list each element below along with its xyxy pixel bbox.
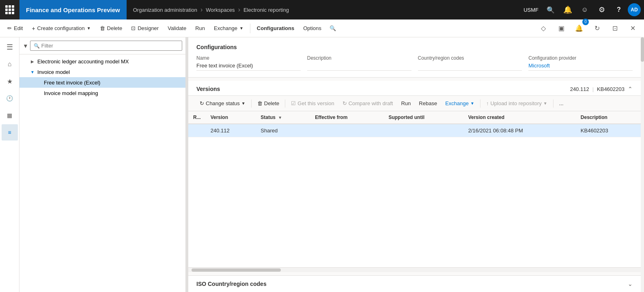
tree-item-electronic-ledger[interactable]: ▶ Electronic ledger accounting model MX [19,56,185,67]
table-row[interactable]: 240.112 Shared 2/16/2021 06:08:48 PM KB4… [188,124,641,137]
configurations-title: Configurations [196,44,633,50]
sidebar-clock[interactable]: 🕐 [2,90,18,106]
options-button[interactable]: Options [299,23,325,34]
run-button[interactable]: Run [191,23,209,34]
change-status-button[interactable]: ↻ Change status ▼ [196,98,249,108]
expand-icon-invoice-model[interactable]: ▼ [29,69,36,75]
change-status-spin-icon: ↻ [200,100,204,106]
tree-content: ▶ Electronic ledger accounting model MX … [19,54,185,292]
sidebar-calendar[interactable]: ▦ [2,107,18,123]
upload-into-repository-button[interactable]: ↑ Upload into repository ▼ [483,98,551,108]
compare-with-draft-button[interactable]: ↻ Compare with draft [339,98,396,108]
tree-item-invoice-mapping[interactable]: Invoice model mapping [19,88,185,98]
close-icon[interactable]: ✕ [625,20,641,37]
field-provider-value[interactable]: Microsoft [528,63,633,71]
delete-button[interactable]: 🗑 Delete [96,23,127,34]
vtbtn-sep-2 [285,99,285,108]
vtbtn-sep-3 [480,99,480,108]
cell-supported-until [383,124,463,137]
tree-panel: ▼ 🔍 ▶ Electronic ledger accounting model… [19,37,186,292]
help-icon[interactable]: ? [611,2,627,18]
expand-icon-free-text [36,79,42,86]
versions-header: Versions 240.112 | KB4602203 ⌃ [188,81,641,96]
config-fields: Name Free text invoice (Excel) Descripti… [196,55,633,71]
refresh-icon[interactable]: ↻ [589,20,605,37]
versions-rebase-button[interactable]: Rebase [416,98,440,108]
expand-icon-electronic-ledger[interactable]: ▶ [29,58,36,65]
col-version: Version [206,111,256,124]
main-layout: ☰ ⌂ ★ 🕐 ▦ ≡ ▼ 🔍 ▶ Electronic ledger acco… [0,37,644,292]
col-status: Status ▼ [256,111,310,124]
validate-button[interactable]: Validate [164,23,190,34]
vertical-scrollbar-thumb[interactable] [641,37,644,62]
grid-icon [5,5,14,14]
app-grid-button[interactable] [0,0,19,19]
sidebar-home[interactable]: ⌂ [2,56,18,72]
col-description: Description [576,111,641,124]
versions-collapse-button[interactable]: ⌃ [628,86,633,92]
configurations-button[interactable]: Configurations [253,23,298,34]
left-sidebar: ☰ ⌂ ★ 🕐 ▦ ≡ [0,37,19,292]
top-bar-right: USMF 🔍 🔔 ☺ ⚙ ? AD [520,2,644,18]
versions-table: R... Version Status ▼ Effe [188,111,641,267]
versions-run-button[interactable]: Run [398,98,414,108]
tree-item-invoice-model[interactable]: ▼ Invoice model [19,67,185,77]
notification-badge: 0 [582,19,589,25]
versions-kb: KB4602203 [597,86,625,92]
breadcrumb-item-3[interactable]: Electronic reporting [243,7,289,13]
cell-effective-from [310,124,383,137]
cell-description: KB4602203 [576,124,641,137]
plus-icon: + [32,25,35,32]
tree-item-label: Invoice model mapping [44,90,98,96]
diamond-icon[interactable]: ◇ [535,20,551,37]
iso-section: ISO Country/region codes ⌄ [188,275,641,292]
exchange-button[interactable]: Exchange ▼ [210,23,248,34]
field-desc-label: Description [307,55,411,61]
iso-expand-icon: ⌄ [628,281,633,287]
horizontal-scrollbar[interactable] [188,267,641,272]
versions-title: Versions [196,86,220,92]
sidebar-hamburger[interactable]: ☰ [2,39,18,55]
panel-icon[interactable]: ▣ [553,20,569,37]
scrollbar-thumb[interactable] [192,268,281,272]
cmd-search-icon[interactable]: 🔍 [330,25,336,31]
filter-search-icon: 🔍 [34,43,40,49]
smiley-icon[interactable]: ☺ [577,2,593,18]
gear-icon[interactable]: ⚙ [594,2,610,18]
breadcrumb-item-1[interactable]: Organization administration [133,7,197,13]
field-country-value [418,63,522,71]
iso-header[interactable]: ISO Country/region codes ⌄ [188,276,641,292]
edit-button[interactable]: ✏ Edit [3,23,27,34]
search-button[interactable]: 🔍 [543,2,559,18]
sidebar-list[interactable]: ≡ [2,124,18,141]
versions-delete-button[interactable]: 🗑 Delete [254,98,283,108]
tree-item-free-text-invoice[interactable]: Free text invoice (Excel) [19,77,185,88]
change-status-chevron-icon: ▼ [241,101,246,106]
status-filter-icon[interactable]: ▼ [278,115,282,120]
breadcrumb-item-2[interactable]: Workspaces [206,7,235,13]
cell-status: Shared [256,124,310,137]
sidebar-star[interactable]: ★ [2,73,18,89]
breadcrumb-sep-1: › [200,6,202,13]
col-effective-from: Effective from [310,111,383,124]
versions-exchange-button[interactable]: Exchange ▼ [442,98,478,108]
vertical-scrollbar[interactable] [641,37,644,292]
filter-input-wrapper[interactable]: 🔍 [30,41,182,51]
field-name: Name Free text invoice (Excel) [196,55,301,71]
versions-version-number: 240.112 [570,86,589,92]
versions-section: Versions 240.112 | KB4602203 ⌃ ↻ Change … [188,81,641,272]
more-button[interactable]: ... [556,98,567,108]
table-header-row: R... Version Status ▼ Effe [188,111,641,124]
upload-chevron-icon: ▼ [543,101,547,106]
designer-icon: ⊡ [131,25,136,31]
user-avatar[interactable]: AD [628,3,641,16]
designer-button[interactable]: ⊡ Designer [127,23,163,34]
get-this-version-button[interactable]: ☑ Get this version [288,98,337,108]
iso-title: ISO Country/region codes [196,281,267,287]
open-icon[interactable]: ⊡ [607,20,623,37]
bell-icon[interactable]: 🔔 [560,2,576,18]
notification-icon-wrapper: 🔔 0 [571,20,587,37]
filter-input[interactable] [41,43,179,49]
chevron-down-icon: ▼ [87,26,91,30]
create-configuration-button[interactable]: + Create configuration ▼ [28,23,95,34]
